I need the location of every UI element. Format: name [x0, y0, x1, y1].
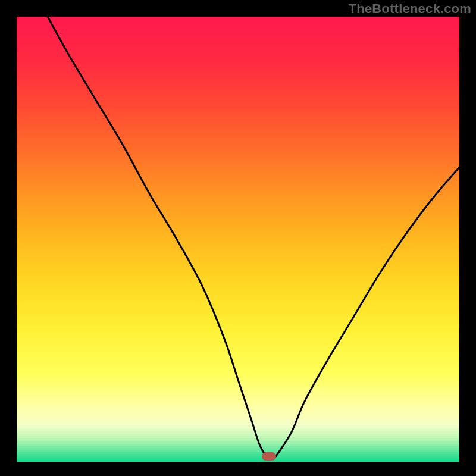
watermark-text: TheBottleneck.com: [349, 1, 471, 17]
plot-area: [17, 17, 459, 459]
chart-frame: TheBottleneck.com: [0, 0, 476, 476]
optimum-marker: [262, 452, 276, 461]
curve-layer: [17, 17, 459, 459]
bottleneck-curve: [48, 17, 459, 459]
